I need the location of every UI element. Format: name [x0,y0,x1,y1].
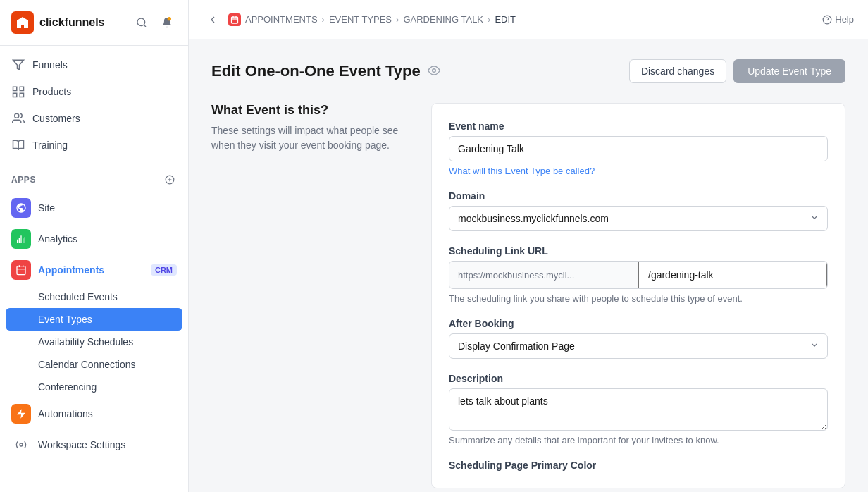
description-field: Description Summarize any details that a… [449,373,828,445]
customers-icon [11,111,25,125]
breadcrumb-sep-2: › [396,14,399,25]
appointments-icon [11,260,31,280]
description-textarea[interactable] [449,388,828,431]
svg-point-22 [432,68,435,72]
apps-section-header: APPS [0,167,188,192]
sidebar-logo: clickfunnels [0,0,188,46]
scheduling-url-row: https://mockbusiness.mycli... [449,261,828,289]
breadcrumb-sep-1: › [322,14,325,25]
topbar: APPOINTMENTS › EVENT TYPES › GARDENING T… [189,0,868,39]
logo-icon [11,11,34,34]
sidebar-item-workspace[interactable]: Workspace Settings [0,429,188,460]
svg-point-0 [137,18,145,26]
description-label: Description [449,373,828,384]
sidebar-item-analytics[interactable]: Analytics [0,223,188,254]
domain-select-wrapper: mockbusiness.myclickfunnels.com [449,206,828,231]
breadcrumb: APPOINTMENTS › EVENT TYPES › GARDENING T… [228,13,516,26]
update-event-type-button[interactable]: Update Event Type [733,59,845,83]
notification-button[interactable] [157,13,177,32]
event-name-field: Event name What will this Event Type be … [449,121,828,176]
after-booking-label: After Booking [449,318,828,329]
domain-select[interactable]: mockbusiness.myclickfunnels.com [449,206,828,231]
form-section-heading: What Event is this? [211,103,409,118]
header-actions: Discard changes Update Event Type [629,59,845,83]
page-header: Edit One-on-One Event Type Discard chang… [211,59,845,83]
breadcrumb-gardening-talk: GARDENING TALK [403,14,483,25]
help-button[interactable]: Help [822,14,854,25]
sidebar-item-appointments[interactable]: Appointments CRM [0,254,188,285]
breadcrumb-edit: EDIT [495,14,516,25]
svg-rect-11 [17,266,25,275]
form-layout: What Event is this? These settings will … [211,103,845,488]
analytics-icon [11,229,31,249]
training-icon [11,138,25,152]
after-booking-select[interactable]: Display Confirmation Page Redirect to UR… [449,333,828,359]
page-content: Edit One-on-One Event Type Discard chang… [189,39,868,492]
appointments-subnav: Scheduled Events Event Types Availabilit… [0,285,188,398]
sidebar-item-products[interactable]: Products [0,78,188,105]
svg-rect-16 [232,17,238,23]
sidebar-item-site[interactable]: Site [0,192,188,223]
logo-text: clickfunnels [39,16,104,29]
breadcrumb-appointments: APPOINTMENTS [245,14,318,25]
svg-point-7 [15,113,19,118]
domain-label: Domain [449,190,828,202]
add-app-button[interactable] [163,173,177,187]
sidebar-item-funnels[interactable]: Funnels [0,51,188,78]
svg-point-15 [20,443,23,446]
site-icon [11,198,31,218]
scheduling-color-field: Scheduling Page Primary Color [449,460,828,471]
scheduling-color-label: Scheduling Page Primary Color [449,460,828,471]
sidebar-item-automations[interactable]: Automations [0,398,188,429]
page-title-row: Edit One-on-One Event Type [211,62,440,80]
breadcrumb-appointments-icon [228,13,241,26]
sidebar: clickfunnels Funnels Products [0,0,189,492]
svg-point-1 [168,17,171,20]
sidebar-item-event-types[interactable]: Event Types [6,308,182,331]
workspace-icon [11,435,31,455]
svg-rect-4 [20,87,23,90]
form-fields: Event name What will this Event Type be … [431,103,845,488]
funnels-icon [11,58,25,72]
svg-rect-3 [13,87,17,90]
svg-rect-6 [13,93,17,97]
sidebar-item-calendar-connections[interactable]: Calendar Connections [0,353,188,376]
scheduling-url-hint: The scheduling link you share with peopl… [449,293,828,304]
page-title: Edit One-on-One Event Type [211,62,421,80]
scheduling-link-url-field: Scheduling Link URL https://mockbusiness… [449,245,828,304]
search-button[interactable] [132,13,151,32]
form-section-description: These settings will impact what people s… [211,123,409,153]
breadcrumb-event-types: EVENT TYPES [329,14,392,25]
svg-rect-5 [20,93,23,97]
preview-icon[interactable] [428,64,440,79]
main-content: APPOINTMENTS › EVENT TYPES › GARDENING T… [189,0,868,492]
sidebar-item-scheduled-events[interactable]: Scheduled Events [0,285,188,308]
products-icon [11,85,25,99]
back-button[interactable] [203,10,223,30]
form-section-info: What Event is this? These settings will … [211,103,409,488]
scheduling-url-suffix-input[interactable] [638,262,827,288]
scheduling-url-prefix: https://mockbusiness.mycli... [450,262,638,288]
main-nav: Funnels Products Customers Training [0,46,188,164]
automations-icon [11,404,31,424]
sidebar-item-conferencing[interactable]: Conferencing [0,376,188,398]
sidebar-item-customers[interactable]: Customers [0,105,188,132]
event-name-hint[interactable]: What will this Event Type be called? [449,166,828,176]
breadcrumb-sep-3: › [488,14,490,25]
sidebar-item-training[interactable]: Training [0,132,188,159]
event-name-label: Event name [449,121,828,132]
event-name-input[interactable] [449,136,828,161]
domain-field: Domain mockbusiness.myclickfunnels.com [449,190,828,231]
sidebar-item-availability-schedules[interactable]: Availability Schedules [0,331,188,353]
svg-marker-2 [13,60,24,70]
after-booking-field: After Booking Display Confirmation Page … [449,318,828,359]
after-booking-select-wrapper: Display Confirmation Page Redirect to UR… [449,333,828,359]
discard-button[interactable]: Discard changes [629,59,726,83]
scheduling-link-url-label: Scheduling Link URL [449,245,828,257]
description-hint: Summarize any details that are important… [449,435,828,445]
sidebar-actions [132,13,177,32]
